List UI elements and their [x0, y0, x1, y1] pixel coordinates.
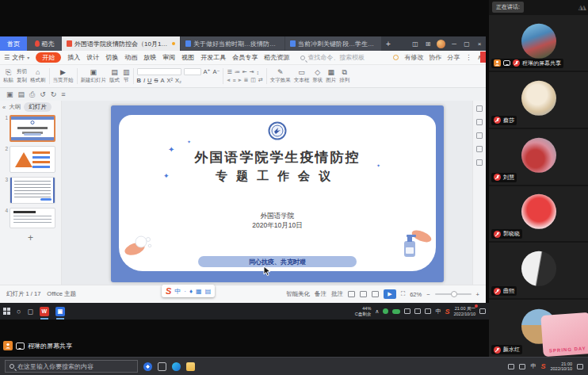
picture-button[interactable]: ▦ 图片 — [326, 69, 336, 84]
tray-expand-icon[interactable]: ∧ — [375, 308, 379, 315]
decrease-font-button[interactable]: A⁻ — [212, 68, 220, 75]
cut-button[interactable]: 剪切 — [17, 68, 27, 75]
collaborate-button[interactable]: 协作 — [429, 53, 441, 62]
textbox-button[interactable]: ▭ 文本框 — [294, 69, 310, 84]
slide-editor-page[interactable]: 外国语学院学生疫情防控 专题工作会议 外国语学院 2020年10月10日 同心抗… — [111, 105, 444, 282]
menu-item-start[interactable]: 开始 — [36, 52, 61, 63]
menu-item-view[interactable]: 视图 — [181, 53, 194, 62]
pen-icon[interactable] — [519, 364, 525, 369]
slide-thumbnail-1[interactable] — [10, 115, 55, 142]
zoom-level[interactable]: 62% — [410, 291, 422, 298]
align-left-icon[interactable]: ⫷ — [227, 77, 230, 83]
columns-icon[interactable]: ◫ — [250, 77, 256, 83]
more-menu-icon[interactable]: ⋮ — [465, 54, 472, 61]
tab-layout-icon[interactable]: ◫ — [409, 36, 422, 51]
menu-item-docer[interactable]: 稻壳资源 — [264, 53, 289, 62]
task-view-icon[interactable]: ◻ — [27, 308, 32, 316]
comment-panel-icon[interactable] — [476, 146, 483, 152]
properties-panel-icon[interactable] — [476, 105, 483, 112]
account-avatar[interactable] — [437, 40, 445, 48]
sogou-tray-icon[interactable]: S — [540, 362, 545, 370]
action-center-icon[interactable] — [479, 308, 486, 314]
menu-item-member[interactable]: 会员专享 — [232, 53, 258, 62]
tab-home[interactable]: 首页 — [0, 36, 27, 51]
strikethrough-button[interactable]: S — [154, 77, 158, 84]
customize-quickbar-icon[interactable]: ≡ — [61, 90, 65, 98]
ime-keyboard-icon[interactable]: ▦ — [196, 288, 202, 295]
participant-tile[interactable]: 程琳的屏幕共享 — [489, 15, 588, 71]
tab-outline[interactable]: 大纲 — [9, 103, 21, 111]
animation-panel-icon[interactable] — [476, 132, 483, 139]
close-button[interactable]: × — [473, 36, 486, 51]
theme-name[interactable]: Office 主题 — [47, 290, 76, 298]
participant-tile[interactable]: SPRING DAY 颜水红 — [489, 300, 588, 357]
redo-icon[interactable]: ↻ — [51, 90, 57, 98]
help-panel-icon[interactable] — [476, 159, 483, 166]
font-color-button[interactable]: A — [160, 77, 164, 84]
add-slide-button[interactable]: + — [2, 232, 59, 243]
increase-font-button[interactable]: A⁺ — [204, 68, 211, 75]
zoom-slider[interactable] — [435, 293, 472, 295]
save-icon[interactable]: ▣ — [6, 90, 13, 98]
clock[interactable]: 21:00 2022/10/10 — [550, 362, 572, 372]
tab-grid-icon[interactable]: ⊞ — [422, 36, 434, 51]
minimize-button[interactable]: ─ — [448, 36, 460, 51]
windows-search-box[interactable]: 在这里输入你要搜索的内容 — [5, 360, 138, 373]
start-button[interactable] — [3, 308, 10, 315]
slide-canvas[interactable]: 外国语学院学生疫情防控 专题工作会议 外国语学院 2020年10月10日 同心抗… — [62, 101, 472, 285]
participant-tile[interactable]: 蔡莎 — [489, 72, 588, 128]
tab-docer[interactable]: 稻壳 — [27, 36, 62, 51]
menu-item-transition[interactable]: 切换 — [105, 53, 118, 62]
notes-button[interactable]: 备注 — [315, 290, 326, 298]
menu-item-review[interactable]: 审阅 — [162, 53, 175, 62]
menu-item-animation[interactable]: 动画 — [124, 53, 137, 62]
speaker-icon[interactable] — [404, 308, 410, 314]
cortana-icon[interactable] — [143, 362, 152, 371]
action-center-icon[interactable] — [577, 364, 583, 369]
section-button[interactable]: ▥ 节 — [123, 69, 130, 84]
zoom-out-button[interactable]: − — [426, 291, 430, 298]
ime-mode-label[interactable]: 中 — [174, 287, 181, 296]
new-tab-button[interactable]: + — [382, 36, 395, 51]
network-icon[interactable] — [425, 308, 431, 314]
undo-icon[interactable]: ↺ — [40, 90, 46, 98]
bullet-list-icon[interactable]: ☰ — [227, 69, 231, 75]
font-size-select[interactable] — [184, 68, 201, 75]
print-icon[interactable]: ⎙ — [29, 90, 35, 99]
ime-indicator[interactable]: 中 — [435, 308, 441, 316]
bold-button[interactable]: B — [137, 77, 141, 84]
menu-item-slideshow[interactable]: 放映 — [143, 53, 156, 62]
participant-tile[interactable]: 刘慧 — [489, 129, 588, 185]
comments-button[interactable]: 批注 — [331, 290, 343, 298]
slideshow-play-button[interactable]: ▶ — [384, 289, 396, 299]
file-menu[interactable]: ☰ 文件 ▾ — [4, 53, 29, 62]
slide-thumbnail-4[interactable] — [10, 208, 55, 228]
subscript-button[interactable]: X₂ — [175, 77, 181, 84]
speaker-icon[interactable] — [508, 364, 514, 369]
participant-tile[interactable]: 郭晓晓 — [489, 186, 588, 242]
ime-mic-icon[interactable]: ♦ — [189, 288, 193, 295]
ime-punctuation-icon[interactable]: · — [184, 288, 186, 295]
tab-document-2[interactable]: 关于做好当前时期…疫情防控工作的 — [181, 36, 285, 51]
tab-document-active[interactable]: 外国语学院疫情防控会（10月10日） — [62, 36, 181, 51]
copy-button[interactable]: 复制 — [17, 77, 27, 84]
design-panel-icon[interactable] — [476, 119, 483, 125]
reading-view-icon[interactable] — [372, 291, 379, 297]
fit-window-icon[interactable]: ⛶ — [401, 290, 405, 298]
align-center-icon[interactable]: ≡ — [232, 78, 235, 83]
menu-item-insert[interactable]: 插入 — [67, 53, 80, 62]
chat-icon[interactable] — [16, 342, 25, 350]
font-name-select[interactable] — [137, 68, 181, 75]
play-from-current-button[interactable]: ▶ 当页开始 — [53, 69, 74, 84]
file-explorer-tray-icon[interactable] — [414, 308, 421, 314]
command-search[interactable]: 查找命令、搜索模板 — [300, 53, 365, 62]
sogou-tray-icon[interactable]: S — [445, 308, 449, 316]
slide-thumbnail-2[interactable] — [10, 146, 55, 173]
wps-app-icon[interactable]: W — [40, 307, 49, 316]
arrange-button[interactable]: ⧉ 排列 — [339, 69, 349, 84]
justify-icon[interactable]: ≣ — [243, 77, 248, 83]
line-spacing-icon[interactable]: ↕ — [256, 70, 259, 75]
file-explorer-icon[interactable] — [186, 362, 195, 371]
clock[interactable]: 21:00 周一 2022/10/10 — [453, 306, 475, 316]
paste-button[interactable]: ⎘ 粘贴 — [3, 69, 13, 84]
